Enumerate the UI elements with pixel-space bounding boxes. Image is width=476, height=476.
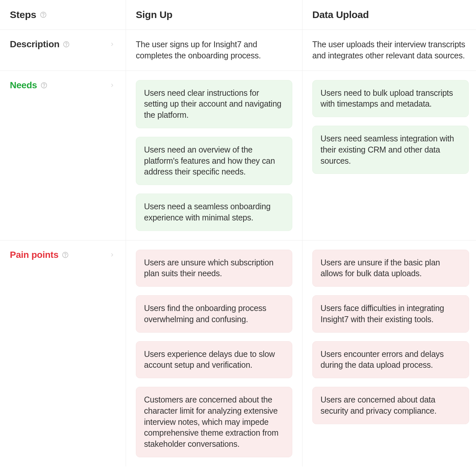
svg-point-4: [41, 82, 47, 88]
painpoint-card[interactable]: Users find the onboarding process overwh…: [136, 295, 292, 333]
column-title: Data Upload: [312, 9, 369, 20]
column-header-cell[interactable]: Data Upload: [302, 0, 476, 30]
painpoints-cell: Users are unsure which subscription plan…: [126, 240, 302, 466]
chevron-right-icon[interactable]: [109, 251, 116, 259]
painpoint-card[interactable]: Users are unsure if the basic plan allow…: [312, 250, 469, 287]
row-header-description-cell: Description: [0, 30, 126, 71]
svg-point-0: [40, 12, 46, 18]
need-card[interactable]: Users need a seamless onboarding experie…: [136, 194, 292, 231]
description-text: The user signs up for Insight7 and compl…: [136, 39, 292, 61]
svg-point-3: [66, 46, 67, 46]
description-cell[interactable]: The user signs up for Insight7 and compl…: [126, 30, 302, 71]
chevron-right-icon[interactable]: [109, 82, 116, 89]
help-icon[interactable]: [40, 11, 47, 18]
help-icon[interactable]: [62, 251, 69, 259]
painpoints-label: Pain points: [10, 250, 58, 260]
painpoint-card[interactable]: Customers are concerned about the charac…: [136, 387, 292, 457]
description-text: The user uploads their interview transcr…: [312, 39, 469, 61]
need-card[interactable]: Users need clear instructions for settin…: [136, 80, 292, 128]
steps-label: Steps: [10, 9, 36, 20]
need-card[interactable]: Users need an overview of the platform's…: [136, 137, 292, 185]
needs-cell: Users need to bulk upload transcripts wi…: [302, 71, 476, 240]
painpoint-card[interactable]: Users are concerned about data security …: [312, 387, 469, 424]
needs-cell: Users need clear instructions for settin…: [126, 71, 302, 240]
journey-map-grid: Steps Sign Up Data Upload Description: [0, 0, 476, 466]
row-header-painpoints-cell: Pain points: [0, 240, 126, 466]
painpoint-card[interactable]: Users face difficulties in integrating I…: [312, 295, 469, 333]
help-icon[interactable]: [40, 82, 48, 89]
painpoint-card[interactable]: Users encounter errors and delays during…: [312, 341, 469, 379]
description-cell[interactable]: The user uploads their interview transcr…: [302, 30, 476, 71]
need-card[interactable]: Users need seamless integration with the…: [312, 126, 469, 174]
need-card[interactable]: Users need to bulk upload transcripts wi…: [312, 80, 469, 117]
svg-point-5: [44, 87, 44, 87]
svg-point-1: [43, 16, 43, 16]
needs-label: Needs: [10, 80, 37, 91]
help-icon[interactable]: [63, 41, 70, 48]
chevron-right-icon[interactable]: [109, 41, 116, 48]
column-header-cell[interactable]: Sign Up: [126, 0, 302, 30]
svg-point-7: [65, 256, 66, 257]
description-label: Description: [10, 39, 59, 50]
row-header-needs-cell: Needs: [0, 71, 126, 240]
row-header-steps-cell: Steps: [0, 0, 126, 30]
column-title: Sign Up: [136, 9, 173, 20]
painpoint-card[interactable]: Users experience delays due to slow acco…: [136, 341, 292, 379]
painpoints-cell: Users are unsure if the basic plan allow…: [302, 240, 476, 466]
painpoint-card[interactable]: Users are unsure which subscription plan…: [136, 250, 292, 287]
